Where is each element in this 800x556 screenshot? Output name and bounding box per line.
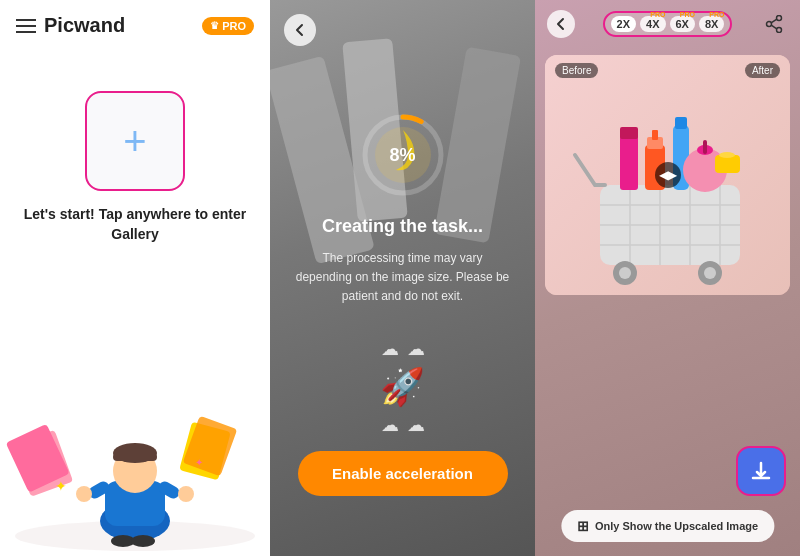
app-header: Picwand PRO: [0, 0, 270, 51]
svg-rect-50: [703, 140, 707, 154]
pro-badge: PRO: [202, 17, 254, 35]
pro-badge-label: PRO: [222, 20, 246, 32]
progress-ring: 8%: [358, 110, 448, 200]
right-header: 2X PRO 4X PRO 6X PRO 8X: [535, 0, 800, 48]
add-photo-label: Let's start! Tap anywhere to enterGaller…: [24, 205, 246, 244]
svg-text:✦: ✦: [55, 478, 67, 494]
cloud-bottom-right: ☁: [407, 414, 425, 436]
svg-text:✦: ✦: [195, 457, 203, 468]
pro-mini-6x: PRO: [680, 11, 695, 18]
compare-arrow-icon[interactable]: ◀▶: [655, 162, 681, 188]
svg-point-40: [704, 267, 716, 279]
svg-point-38: [619, 267, 631, 279]
zoom-2x-button[interactable]: 2X: [611, 16, 636, 32]
pro-mini-8x: PRO: [709, 11, 724, 18]
grid-icon: ⊞: [577, 518, 589, 534]
download-button[interactable]: [736, 446, 786, 496]
rocket-icon: 🚀: [380, 366, 425, 408]
svg-rect-47: [675, 117, 687, 129]
before-label: Before: [555, 63, 598, 78]
svg-rect-13: [113, 453, 157, 461]
svg-line-27: [771, 25, 777, 29]
svg-point-25: [767, 22, 772, 27]
svg-point-52: [719, 152, 735, 158]
share-icon[interactable]: [760, 10, 788, 38]
svg-rect-41: [620, 135, 638, 190]
add-photo-box[interactable]: +: [85, 91, 185, 191]
svg-line-26: [771, 19, 777, 23]
zoom-6x-button[interactable]: PRO 6X: [670, 16, 695, 32]
zoom-8x-button[interactable]: PRO 8X: [699, 16, 724, 32]
clouds-bottom: ☁ ☁: [381, 414, 425, 436]
cloud-right: ☁: [407, 338, 425, 360]
svg-point-23: [777, 16, 782, 21]
add-photo-area[interactable]: + Let's start! Tap anywhere to enterGall…: [24, 91, 246, 244]
menu-icon[interactable]: [16, 19, 36, 33]
cloud-left: ☁: [381, 338, 399, 360]
progress-section: 8% Creating the task... The processing t…: [270, 110, 535, 307]
only-show-upscaled-button[interactable]: ⊞ Only Show the Upscaled Image: [561, 510, 774, 542]
enable-acceleration-button[interactable]: Enable acceleration: [298, 451, 508, 496]
zoom-4x-button[interactable]: PRO 4X: [640, 16, 665, 32]
svg-point-16: [76, 486, 92, 502]
panel-right: 2X PRO 4X PRO 6X PRO 8X: [535, 0, 800, 556]
clouds: ☁ ☁: [381, 338, 425, 360]
creating-title: Creating the task...: [322, 216, 483, 237]
cloud-bottom-left: ☁: [381, 414, 399, 436]
rocket-area: ☁ ☁ 🚀 ☁ ☁: [380, 338, 425, 436]
app-title: Picwand: [44, 14, 194, 37]
back-button-right[interactable]: [547, 10, 575, 38]
panel-left: Picwand PRO + Let's start! Tap anywhere …: [0, 0, 270, 556]
svg-point-24: [777, 28, 782, 33]
panel-middle: 8% Creating the task... The processing t…: [270, 0, 535, 556]
creating-desc: The processing time may vary depending o…: [270, 249, 535, 307]
only-upscale-label: Only Show the Upscaled Image: [595, 520, 758, 532]
back-button-middle[interactable]: [284, 14, 316, 46]
progress-percent: 8%: [389, 145, 415, 166]
illustration: ✦ ✦: [0, 376, 270, 556]
svg-rect-45: [652, 130, 658, 140]
pro-mini-4x: PRO: [650, 11, 665, 18]
image-compare: Before After ◀▶: [545, 55, 790, 295]
zoom-options: 2X PRO 4X PRO 6X PRO 8X: [603, 11, 733, 37]
svg-point-9: [131, 535, 155, 547]
svg-point-17: [178, 486, 194, 502]
after-label: After: [745, 63, 780, 78]
svg-rect-42: [620, 127, 638, 139]
plus-icon: +: [123, 121, 146, 161]
